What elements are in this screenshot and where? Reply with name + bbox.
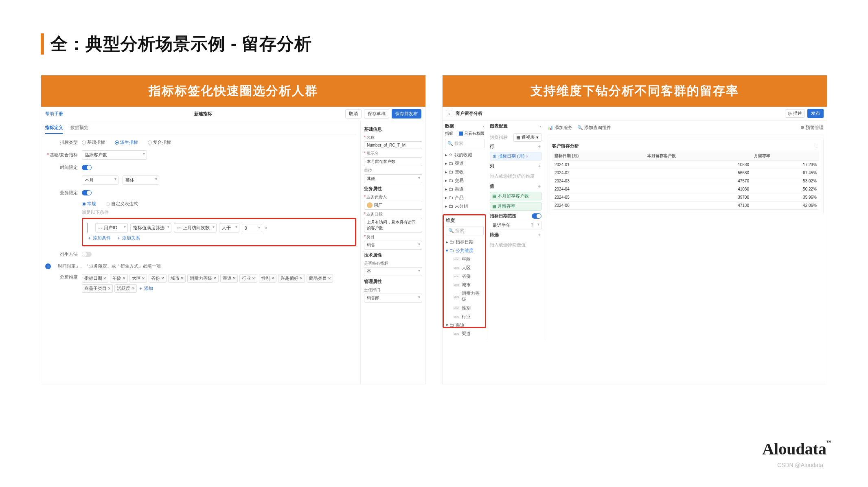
publish-button[interactable]: 发布 <box>807 109 824 118</box>
cond-metric-select[interactable]: 指标值满足筛选 <box>130 223 171 233</box>
tree-channel[interactable]: ▸ 🗀 渠道 <box>445 159 484 168</box>
time-toggle[interactable] <box>82 165 92 170</box>
dim-tag[interactable]: 商品类目 × <box>307 274 333 283</box>
th-rate[interactable]: 月留存率 <box>752 151 819 161</box>
dim-tag[interactable]: 城市 × <box>168 274 186 283</box>
modal-title: 新建指标 <box>63 111 343 117</box>
cond-user-select[interactable]: abc用户ID <box>95 223 128 233</box>
label-type: 指标类型 <box>45 139 78 145</box>
dim-tag[interactable]: 消费力等级 × <box>187 274 218 283</box>
core-select[interactable]: 否 <box>364 267 422 276</box>
add-service-link[interactable]: 📊 添加服务 <box>548 125 572 131</box>
cat-select[interactable]: 销售 <box>364 241 422 250</box>
name-input[interactable]: Number_of_RC_T_M <box>364 141 422 149</box>
radio-basic[interactable]: 基础指标 <box>82 139 105 145</box>
dim-add-link[interactable]: ＋ 添加 <box>138 284 153 293</box>
add-relation-link[interactable]: ＋ 添加关系 <box>116 235 140 241</box>
avatar-icon <box>367 202 373 208</box>
tree-trade[interactable]: ▸ 🗀 交易 <box>445 176 484 185</box>
range-toggle[interactable] <box>532 213 541 219</box>
cond-visits-select[interactable]: 123上月访问次数 <box>174 223 217 233</box>
cond-val-input[interactable]: 0 <box>242 224 262 232</box>
dept-select[interactable]: 销售部 <box>364 294 422 303</box>
dim-tag[interactable]: 省份 × <box>149 274 166 283</box>
collapse-icon[interactable]: ‹ <box>483 124 484 129</box>
caliber-input[interactable]: 上月有访问，且本月有访问的客户数 <box>364 218 422 233</box>
collapse-icon[interactable]: ‹ <box>540 124 541 129</box>
time-whole-select[interactable]: 整体 <box>123 175 159 185</box>
label-derive: 衍生方法 <box>45 251 78 257</box>
tree-channel2[interactable]: ▸ 🗀 渠道 <box>445 185 484 193</box>
add-filter-icon[interactable]: ＋ <box>537 232 541 238</box>
dim-tag[interactable]: 性别 × <box>259 274 276 283</box>
tree-prod[interactable]: ▸ 🗀 产品 <box>445 193 484 202</box>
add-val-icon[interactable]: ＋ <box>537 183 541 189</box>
add-col-icon[interactable]: ＋ <box>537 163 541 169</box>
val-chip-count[interactable]: ▦ 本月留存客户数 <box>490 192 541 200</box>
back-button[interactable]: ‹ <box>446 110 452 117</box>
cond-remove-icon[interactable]: × <box>265 226 267 230</box>
tree-camp[interactable]: ▸ 🗀 营收 <box>445 168 484 176</box>
radio-derived[interactable]: 派生指标 <box>115 139 138 145</box>
dim-tag[interactable]: 渠道 × <box>220 274 238 283</box>
dim-tag[interactable]: 大区 × <box>129 274 147 283</box>
add-condition-link[interactable]: ＋ 添加条件 <box>87 235 111 241</box>
chart-type-select[interactable]: ▦ 透视表 ▾ <box>513 133 541 142</box>
val-chip-rate[interactable]: ▦ 月留存率 <box>490 202 541 211</box>
biz-toggle[interactable] <box>82 190 92 195</box>
label-base: 基础/复合指标 <box>45 152 78 158</box>
tree-uncat[interactable]: ▸ 🗀 未分组 <box>445 202 484 211</box>
condition-highlight: abc用户ID 指标值满足筛选 123上月访问次数 大于 0 × ＋ 添加条件 <box>82 218 356 246</box>
base-metric-select[interactable]: 活跃客户数 <box>82 150 147 160</box>
mgmt-attr-h: 管理属性 <box>364 279 422 285</box>
row-chip[interactable]: 🗓 指标日期 (月) × <box>490 152 541 160</box>
label-time: 时间限定 <box>45 165 78 171</box>
brand-logo: Aloudata™ <box>762 439 831 458</box>
disp-input[interactable]: 本月留存客户数 <box>364 157 422 166</box>
tab-define[interactable]: 指标定义 <box>45 125 63 134</box>
range-h: 指标日期范围 <box>490 213 517 219</box>
dim-item[interactable]: 渠道 <box>446 329 484 338</box>
help-link[interactable]: 帮助手册 <box>45 111 63 117</box>
dim-tag[interactable]: 行业 × <box>239 274 257 283</box>
th-date[interactable]: 指标日期 (月) <box>552 151 645 161</box>
range-select[interactable]: 最近半年 🗓 <box>490 221 541 230</box>
metric-search-input[interactable]: 🔍 搜索 <box>445 139 484 148</box>
dim-tag[interactable]: 兴趣偏好 × <box>278 274 305 283</box>
table-row: 2024-053970035.96% <box>552 193 819 202</box>
cancel-button[interactable]: 取消 <box>345 109 362 118</box>
dim-tag[interactable]: 活跃度 × <box>114 284 136 293</box>
desc-button[interactable]: ◎ 描述 <box>785 109 805 118</box>
radio-composite[interactable]: 复合指标 <box>148 139 171 145</box>
cond-op-select[interactable]: 大于 <box>219 223 239 233</box>
tab-preview[interactable]: 数据预览 <box>70 125 88 134</box>
add-row-icon[interactable]: ＋ <box>537 143 541 149</box>
derive-toggle[interactable] <box>82 252 92 257</box>
add-component-link[interactable]: 🔍 添加查询组件 <box>577 125 611 131</box>
unit-label: 单位 <box>364 168 422 173</box>
chart-h: 图表配置 <box>490 123 508 129</box>
slide-title: 全：典型分析场景示例 - 留存分析 <box>50 33 312 55</box>
dim-tag[interactable]: 年龄 × <box>110 274 127 283</box>
info-icon: i <box>45 263 51 269</box>
info-text: 「时间限定」、「业务限定」或「衍生方式」必填一项 <box>53 263 161 269</box>
th-count[interactable]: 本月留存客户数 <box>645 151 752 161</box>
dim-tag[interactable]: 商品子类目 × <box>82 284 113 293</box>
cat-label: 类目 <box>364 234 422 240</box>
owner-input[interactable]: 阿厂 <box>364 201 422 210</box>
tree-fav[interactable]: ▸ ☆ 我的收藏 <box>445 151 484 159</box>
biz-radio-expr[interactable]: 自定义表达式 <box>106 201 138 207</box>
panel-right-header: 支持维度下钻分析不同客群的留存率 <box>443 75 827 107</box>
col-hint: 拖入或选择分析的维度 <box>490 171 541 182</box>
unit-select[interactable]: 其他 <box>364 174 422 183</box>
save-draft-button[interactable]: 保存草稿 <box>364 109 389 118</box>
publish-button[interactable]: 保存并发布 <box>392 109 421 118</box>
dim-tag[interactable]: 指标日期 × <box>82 274 108 283</box>
dimension-highlight <box>443 214 486 328</box>
table-title: 客户留存分析 <box>552 143 579 149</box>
biz-radio-normal[interactable]: 常规 <box>82 201 96 207</box>
auth-checkbox[interactable] <box>459 132 463 136</box>
more-icon[interactable]: ⋮ <box>815 144 819 149</box>
time-month-select[interactable]: 本月 <box>82 175 118 185</box>
alert-link[interactable]: ⚙ 预警管理 <box>800 125 824 131</box>
